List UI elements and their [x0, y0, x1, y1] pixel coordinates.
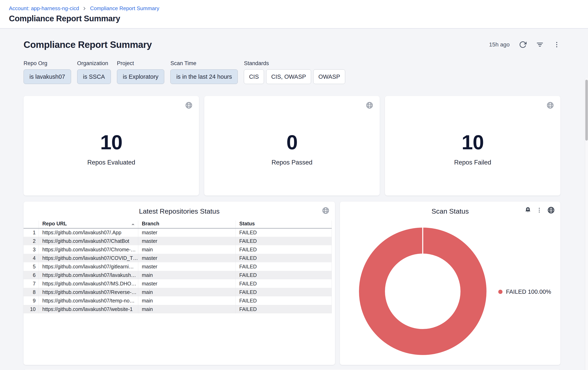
filter-group-repo-org: Repo Org is lavakush07	[23, 60, 71, 84]
refresh-icon	[519, 41, 527, 49]
dashboard-header: Compliance Report Summary 15h ago	[23, 39, 560, 50]
cell-status: FAILED	[236, 262, 332, 271]
standards-chip-cis-owasp[interactable]: CIS, OWASP	[266, 69, 311, 84]
repositories-table: Repo URL Branch Status 1https://github.c…	[23, 220, 332, 313]
cell-repo-url: https://github.com/lavakush07/Reverse-…	[39, 288, 138, 296]
standards-chip-cis[interactable]: CIS	[244, 69, 264, 84]
metric-card-repos-failed: 10 Repos Failed	[385, 96, 560, 196]
cell-repo-url: https://github.com/lavakush07/COVID_T…	[39, 254, 138, 262]
table-card-title: Latest Repositories Status	[23, 207, 335, 215]
filter-label: Organization	[77, 60, 111, 67]
metric-value: 0	[286, 131, 298, 154]
table-row[interactable]: 2https://github.com/lavakush07/ChatBotma…	[23, 237, 332, 245]
scan-status-donut-chart	[358, 226, 488, 356]
filter-label: Project	[117, 60, 165, 67]
filter-label: Repo Org	[23, 60, 71, 67]
cell-repo-url: https://github.com/lavakush07/ChatBot	[39, 237, 138, 245]
table-row[interactable]: 10https://github.com/lavakush07/website-…	[23, 305, 332, 313]
column-header-repo-url[interactable]: Repo URL	[39, 220, 138, 228]
cell-status: FAILED	[236, 237, 332, 245]
metric-body: 10 Repos Failed	[385, 96, 560, 196]
refresh-button[interactable]	[519, 41, 527, 49]
standards-chip-owasp[interactable]: OWASP	[313, 69, 345, 84]
cell-repo-url: https://github.com/lavakush07/gitlearni…	[39, 262, 138, 271]
column-header-label: Status	[239, 221, 255, 226]
dashboard-panel: Compliance Report Summary 15h ago	[0, 29, 588, 370]
row-index: 2	[23, 237, 39, 245]
globe-icon[interactable]	[547, 206, 555, 214]
cell-branch: main	[138, 296, 236, 305]
dashboard-actions: 15h ago	[489, 41, 560, 49]
sort-asc-icon	[131, 222, 135, 227]
metric-label: Repos Evaluated	[87, 159, 135, 166]
cell-branch: main	[138, 271, 236, 279]
cell-repo-url: https://github.com/lavakush07/.App	[39, 228, 138, 237]
filter-button[interactable]	[536, 41, 544, 49]
cell-status: FAILED	[236, 279, 332, 288]
legend-label: FAILED 100.00%	[506, 289, 551, 295]
metric-value: 10	[100, 131, 122, 154]
filter-group-standards: Standards CIS CIS, OWASP OWASP	[244, 60, 345, 84]
table-row[interactable]: 6https://github.com/lavakush07/lavakush……	[23, 271, 332, 279]
filter-group-organization: Organization is SSCA	[77, 60, 111, 84]
cell-repo-url: https://github.com/lavakush07/lavakush…	[39, 271, 138, 279]
column-header-status[interactable]: Status	[236, 220, 332, 228]
row-index: 3	[23, 245, 39, 254]
metric-label: Repos Passed	[272, 159, 313, 166]
tile-more-options-button[interactable]	[536, 207, 543, 213]
legend-item-failed[interactable]: FAILED 100.00%	[498, 289, 551, 295]
dashboard-title: Compliance Report Summary	[23, 39, 152, 50]
row-index: 1	[23, 228, 39, 237]
filter-chip-organization[interactable]: is SSCA	[77, 69, 111, 84]
table-row[interactable]: 4https://github.com/lavakush07/COVID_T…m…	[23, 254, 332, 262]
filter-group-scan-time: Scan Time is in the last 24 hours	[170, 60, 238, 84]
filter-group-project: Project is Exploratory	[117, 60, 165, 84]
bell-plus-icon	[524, 207, 532, 214]
table-row[interactable]: 1https://github.com/lavakush07/.Appmaste…	[23, 228, 332, 237]
filter-chip-scan-time[interactable]: is in the last 24 hours	[170, 69, 238, 84]
filter-chip-repo-org[interactable]: is lavakush07	[23, 69, 71, 84]
row-index: 6	[23, 271, 39, 279]
table-row[interactable]: 7https://github.com/lavakush07/MS.DHO…ma…	[23, 279, 332, 288]
vertical-scrollbar-track[interactable]	[585, 78, 588, 370]
cell-status: FAILED	[236, 288, 332, 296]
metrics-row: 10 Repos Evaluated 0 Repos Passed 10 Rep…	[23, 96, 560, 196]
kebab-icon	[536, 207, 543, 213]
cell-status: FAILED	[236, 245, 332, 254]
scan-status-card: Scan Status FAILED 100.00%	[340, 202, 560, 365]
chevron-right-icon	[82, 6, 87, 11]
column-header-index	[23, 220, 39, 228]
row-index: 10	[23, 305, 39, 313]
vertical-scrollbar-thumb[interactable]	[585, 80, 588, 140]
filter-bar: Repo Org is lavakush07 Organization is S…	[23, 60, 560, 84]
page-header: Account: app-harness-ng-cicd Compliance …	[0, 0, 588, 29]
column-header-label: Branch	[142, 221, 159, 226]
breadcrumb-account-link[interactable]: Account: app-harness-ng-cicd	[9, 5, 79, 11]
alert-button[interactable]	[524, 207, 532, 214]
cell-branch: master	[138, 254, 236, 262]
more-options-button[interactable]	[553, 41, 560, 48]
breadcrumb-report-link[interactable]: Compliance Report Summary	[90, 5, 159, 11]
filter-label: Standards	[244, 60, 345, 67]
latest-repositories-status-card: Latest Repositories Status Repo URL Bran…	[23, 202, 335, 365]
table-row[interactable]: 8https://github.com/lavakush07/Reverse-……	[23, 288, 332, 296]
page-title: Compliance Report Summary	[9, 14, 588, 23]
table-body: 1https://github.com/lavakush07/.Appmaste…	[23, 228, 332, 313]
metric-value: 10	[462, 131, 484, 154]
row-index: 8	[23, 288, 39, 296]
filter-chip-project[interactable]: is Exploratory	[117, 69, 165, 84]
cell-branch: master	[138, 228, 236, 237]
donut-slice-failed[interactable]	[372, 240, 473, 342]
cell-branch: main	[138, 245, 236, 254]
column-header-branch[interactable]: Branch	[138, 220, 236, 228]
table-row[interactable]: 9https://github.com/lavakush07/temp-no…m…	[23, 296, 332, 305]
filter-label: Scan Time	[170, 60, 238, 67]
table-row[interactable]: 3https://github.com/lavakush07/Chrome-…m…	[23, 245, 332, 254]
table-row[interactable]: 5https://github.com/lavakush07/gitlearni…	[23, 262, 332, 271]
kebab-icon	[553, 41, 560, 48]
legend-dot	[498, 290, 503, 294]
cell-status: FAILED	[236, 305, 332, 313]
cell-status: FAILED	[236, 254, 332, 262]
globe-icon[interactable]	[322, 207, 330, 215]
scan-card-actions	[524, 206, 555, 214]
